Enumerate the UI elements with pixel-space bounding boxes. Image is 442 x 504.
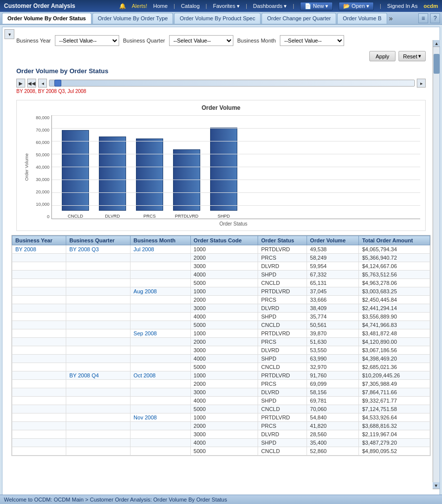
table-row: 3000DLVRD53,550$3,067,186.56: [12, 346, 430, 355]
new-button[interactable]: 📄 New ▾: [300, 2, 333, 10]
home-link[interactable]: Home: [153, 3, 168, 9]
col-order-status: Order Status: [258, 236, 307, 245]
section-title: Order Volume by Order Status: [6, 65, 436, 77]
play-button[interactable]: ▶: [16, 79, 25, 88]
table-row: 2000PRCS69,099$7,305,988.49: [12, 380, 430, 388]
forward-button[interactable]: ▸: [417, 79, 426, 88]
cell-link-business_month[interactable]: Jul 2008: [133, 246, 154, 252]
collapse-button[interactable]: ▾: [4, 29, 14, 39]
table-row: 4000SHPD69,781$9,332,671.77: [12, 397, 430, 405]
table-row: 2000PRCS33,666$2,450,445.84: [12, 296, 430, 304]
business-year-label: Business Year: [16, 38, 51, 44]
table-row: Aug 20081000PRTDLVRD37,045$3,003,683.25: [12, 287, 430, 296]
data-table-container: Business Year Business Quarter Business …: [11, 235, 431, 456]
cell-link-business_year[interactable]: BY 2008: [15, 246, 36, 252]
col-total-order-amount: Total Order Amount: [359, 236, 430, 245]
status-bar: Welcome to OCDM: OCDM Main > Customer Or…: [0, 495, 442, 504]
slider-label: BY 2008, BY 2008 Q3, Jul 2008: [16, 89, 426, 94]
reset-button[interactable]: Reset ▾: [398, 51, 426, 61]
business-quarter-select[interactable]: --Select Value--: [169, 35, 233, 46]
open-button[interactable]: 📂 Open ▾: [339, 2, 374, 10]
table-row: 4000SHPD63,990$4,398,469.20: [12, 355, 430, 363]
slider-container: ▶ ◀◀ ◂ ▸ BY 2008, BY 2008 Q3, Jul 2008: [6, 77, 436, 96]
cell-link-business_month[interactable]: Aug 2008: [133, 288, 157, 294]
tab-order-type[interactable]: Order Volume By Order Type: [92, 13, 174, 24]
y-tick-0: 0: [47, 214, 49, 219]
folder-icon: 📂: [343, 3, 350, 9]
scrollbar[interactable]: ▲ ▼: [433, 40, 440, 489]
bar-prtdlvrd-rect[interactable]: [173, 149, 200, 211]
table-row: 3000DLVRD58,156$7,864,711.66: [12, 388, 430, 397]
table-row: 5000CNCLD65,131$4,963,278.06: [12, 279, 430, 287]
bar-cncld-rect[interactable]: [62, 130, 89, 211]
dashboards-link[interactable]: Dashboards ▾: [253, 3, 287, 9]
bar-prtdlvrd: PRTDLVRD: [173, 149, 200, 219]
bar-prcs-label: PRCS: [143, 214, 156, 219]
table-row: BY 2008 Q4Oct 20081000PRTDLVRD91,760$10,…: [12, 371, 430, 380]
app-title: Customer Order Analysis: [4, 2, 75, 9]
bar-shpd: SHPD: [210, 128, 237, 219]
cell-link-business_month[interactable]: Oct 2008: [133, 372, 156, 378]
bar-dlvrd: DLVRD: [99, 137, 126, 219]
bar-cncld: CNCLD: [62, 130, 89, 219]
y-tick-70000: 70,000: [36, 128, 49, 133]
y-axis-label: Order Volume: [24, 153, 29, 181]
more-tabs-button[interactable]: »: [389, 14, 393, 22]
business-year-select[interactable]: --Select Value--: [55, 35, 119, 46]
apply-button[interactable]: Apply: [369, 51, 396, 61]
help-button[interactable]: ?: [430, 13, 440, 23]
filter-buttons: Apply Reset ▾: [6, 50, 436, 65]
manage-tabs-button[interactable]: ≡: [418, 13, 428, 23]
alert-icon: 🔔: [119, 3, 126, 9]
slider-thumb[interactable]: [54, 80, 61, 87]
cell-link-business_quarter[interactable]: BY 2008 Q4: [69, 372, 99, 378]
alerts-link[interactable]: Alerts!: [132, 3, 147, 9]
cell-link-business_quarter[interactable]: BY 2008 Q3: [69, 246, 99, 252]
tab-product-spec[interactable]: Order Volume By Product Spec: [174, 13, 261, 24]
tab-order-change[interactable]: Order Change per Quarter: [262, 13, 336, 24]
bar-shpd-label: SHPD: [218, 214, 230, 219]
col-order-volume: Order Volume: [307, 236, 359, 245]
table-header-row: Business Year Business Quarter Business …: [12, 236, 430, 245]
col-order-status-code: Order Status Code: [190, 236, 258, 245]
table-row: Sep 20081000PRTDLVRD39,870$3,481,872.48: [12, 329, 430, 338]
table-row: 2000PRCS58,249$5,366,940.72: [12, 254, 430, 262]
table-row: 3000DLVRD38,409$2,441,294.14: [12, 304, 430, 313]
bar-prtdlvrd-label: PRTDLVRD: [175, 214, 199, 219]
rewind-button[interactable]: ◀◀: [27, 79, 36, 88]
bar-prcs-rect[interactable]: [136, 138, 163, 211]
y-tick-30000: 30,000: [36, 177, 49, 182]
chart-title: Order Volume: [22, 104, 420, 111]
y-tick-60000: 60,000: [36, 140, 49, 145]
col-business-quarter: Business Quarter: [66, 236, 131, 245]
cell-link-business_month[interactable]: Nov 2008: [133, 414, 157, 420]
table-row: 4000SHPD35,400$3,487,279.20: [12, 439, 430, 447]
x-axis-label: Order Status: [22, 221, 420, 227]
new-icon: 📄: [305, 3, 311, 9]
tab-order-status[interactable]: Order Volume By Order Status: [2, 13, 91, 24]
favorites-link[interactable]: Favorites ▾: [213, 3, 240, 9]
scroll-up-arrow[interactable]: ▲: [433, 40, 440, 47]
user-link[interactable]: ocdm: [424, 3, 438, 9]
tab-order-volume-b[interactable]: Order Volume B: [337, 13, 387, 24]
tab-bar: Order Volume By Order Status Order Volum…: [0, 12, 442, 25]
catalog-link[interactable]: Catalog: [181, 3, 200, 9]
table-row: 2000PRCS41,820$3,688,816.32: [12, 422, 430, 430]
table-row: 4000SHPD67,332$5,763,512.56: [12, 271, 430, 279]
scroll-down-arrow[interactable]: ▼: [433, 482, 440, 489]
y-tick-20000: 20,000: [36, 189, 49, 194]
bar-shpd-rect[interactable]: [210, 128, 237, 211]
chart-container: Order Volume Order Volume 80,000 70,000 …: [16, 100, 426, 231]
y-tick-40000: 40,000: [36, 165, 49, 170]
reset-dropdown-icon: ▾: [418, 53, 421, 59]
table-row: 5000CNCLD52,860$4,890,095.52: [12, 447, 430, 456]
business-month-select[interactable]: --Select Value--: [280, 35, 344, 46]
back-button[interactable]: ◂: [38, 79, 47, 88]
table-row: 3000DLVRD28,560$2,119,967.04: [12, 430, 430, 439]
slider-track[interactable]: [49, 80, 415, 87]
col-business-year: Business Year: [12, 236, 66, 245]
scroll-thumb[interactable]: [434, 54, 440, 74]
cell-link-business_month[interactable]: Sep 2008: [133, 330, 157, 336]
bar-prcs: PRCS: [136, 138, 163, 219]
bar-dlvrd-rect[interactable]: [99, 137, 126, 211]
